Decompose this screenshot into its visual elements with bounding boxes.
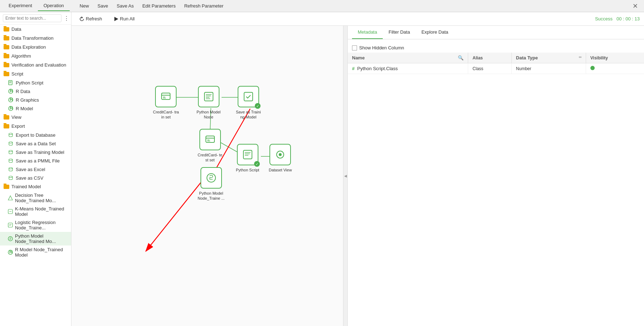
svg-point-55 — [279, 153, 282, 156]
sidebar-item-label: Save as a PMML File — [16, 158, 60, 164]
col-datatype: Data Type ⇔ — [511, 53, 586, 63]
node-label: Python Script — [236, 167, 259, 172]
sidebar-folder-export[interactable]: Export — [0, 122, 71, 131]
svg-point-14 — [9, 167, 13, 169]
sidebar-item-r-graphics[interactable]: R R Graphics — [0, 96, 71, 104]
sidebar-folder-algorithm[interactable]: Algorithm — [0, 52, 71, 60]
svg-point-11 — [9, 142, 13, 143]
sidebar-folder-data-transformation[interactable]: Data Transformation — [0, 34, 71, 43]
collapse-handle[interactable]: ◀ — [343, 26, 347, 326]
show-hidden-column-row: Show Hidden Column — [348, 43, 644, 53]
tab-filter-data[interactable]: Filter Data — [383, 26, 416, 39]
search-input[interactable] — [3, 14, 61, 22]
sidebar-item-save-training[interactable]: Save as Training Model — [0, 148, 71, 156]
menu-save[interactable]: Save — [93, 2, 113, 10]
node-creditcard-train[interactable]: CreditCard- train set — [153, 86, 179, 120]
svg-rect-46 — [206, 136, 214, 142]
column-search-icon[interactable]: 🔍 — [458, 55, 464, 60]
col-resize-icon[interactable]: ⇔ — [579, 55, 581, 59]
sidebar-item-r-data[interactable]: R R Data — [0, 87, 71, 96]
folder-label: Algorithm — [11, 53, 31, 59]
svg-text:R: R — [10, 106, 13, 111]
sidebar-item-python-script[interactable]: Python Script — [0, 78, 71, 87]
sidebar-item-label: Save as a Data Set — [16, 141, 56, 146]
tab-metadata[interactable]: Metadata — [352, 26, 383, 39]
node-python-model-trained[interactable]: Python ModelNode_Traine ... — [198, 167, 224, 201]
svg-point-12 — [9, 150, 13, 152]
col-visibility: Visibility — [586, 53, 644, 63]
folder-label: Data Transformation — [11, 35, 54, 41]
tab-explore-data[interactable]: Explore Data — [416, 26, 454, 39]
sidebar-folder-data[interactable]: Data — [0, 25, 71, 34]
col-alias: Alias — [468, 53, 512, 63]
close-button[interactable]: ✕ — [629, 0, 641, 12]
node-box — [269, 144, 291, 165]
sidebar-folder-data-exploration[interactable]: Data Exploration — [0, 43, 71, 52]
sidebar-item-r-model[interactable]: R R Model — [0, 104, 71, 113]
sidebar-folder-verification[interactable]: Verification and Evaluation — [0, 60, 71, 69]
node-save-training[interactable]: ✓ Save as Training Model — [236, 86, 261, 120]
table-row: # Python Script.Class Class Number — [348, 63, 644, 74]
show-hidden-checkbox[interactable] — [352, 45, 357, 50]
folder-icon — [4, 124, 9, 128]
folder-icon — [4, 45, 9, 49]
save-csv-icon — [8, 175, 14, 181]
folder-icon — [4, 72, 9, 76]
node-creditcard-test[interactable]: CreditCard- test set — [198, 129, 222, 163]
cell-alias: Class — [468, 63, 512, 74]
r-model-trained-icon: R — [8, 249, 13, 255]
sidebar-folder-trained-model[interactable]: Trained Model — [0, 182, 71, 191]
node-label: CreditCard- test set — [198, 152, 222, 163]
save-dataset-icon — [8, 141, 14, 146]
node-label: Dataset View — [269, 167, 292, 172]
svg-rect-36 — [162, 93, 170, 99]
kmeans-icon — [8, 209, 13, 214]
sidebar-item-save-excel[interactable]: Save as Excel — [0, 165, 71, 174]
sidebar-item-r-model-trained[interactable]: R R Model Node_Trained Model — [0, 245, 71, 259]
sidebar-item-save-dataset[interactable]: Save as a Data Set — [0, 139, 71, 148]
menu-edit-parameters[interactable]: Edit Parameters — [138, 2, 180, 10]
sidebar-item-kmeans[interactable]: K-Means Node_Trained Model — [0, 205, 71, 218]
sidebar-search-area: ⋮ — [0, 12, 71, 25]
node-python-model[interactable]: Python ModelNode — [197, 86, 221, 120]
sidebar-item-save-pmml[interactable]: Save as a PMML File — [0, 156, 71, 165]
node-box: ✓ — [237, 144, 258, 165]
node-dataset-view[interactable]: Dataset View — [269, 144, 292, 172]
sidebar-item-save-csv[interactable]: Save as CSV — [0, 174, 71, 182]
sidebar-menu-icon[interactable]: ⋮ — [64, 15, 69, 22]
cell-name-value: Python Script.Class — [357, 66, 398, 71]
python-script-icon — [8, 80, 14, 86]
sidebar-item-label: Save as Excel — [16, 167, 45, 172]
menu-new[interactable]: New — [75, 2, 93, 10]
tab-operation[interactable]: Operation — [38, 1, 70, 11]
r-data-icon: R — [8, 88, 14, 94]
node-box — [155, 86, 177, 107]
right-panel: Metadata Filter Data Explore Data Show H… — [347, 26, 644, 326]
sidebar-item-decision-tree[interactable]: Decision Tree Node_Trained Mo... — [0, 191, 71, 205]
menu-save-as[interactable]: Save As — [113, 2, 138, 10]
canvas[interactable]: CreditCard- train set Python ModelNode — [71, 26, 347, 326]
tab-experiment[interactable]: Experiment — [3, 1, 38, 11]
run-all-button[interactable]: Run All — [110, 15, 138, 23]
svg-marker-26 — [114, 17, 118, 21]
node-box: ✓ — [238, 86, 259, 107]
sidebar-item-logistic-regression[interactable]: Logistic Regression Node_Traine... — [0, 218, 71, 232]
sidebar-folder-view[interactable]: View — [0, 113, 71, 122]
svg-line-35 — [146, 179, 204, 251]
node-python-script[interactable]: ✓ Python Script — [236, 144, 259, 172]
svg-point-56 — [207, 174, 216, 182]
canvas-inner: CreditCard- train set Python ModelNode — [71, 26, 347, 326]
sidebar-item-label: R Model — [16, 106, 33, 111]
visibility-dot-icon — [590, 66, 595, 70]
refresh-icon — [79, 16, 84, 21]
save-training-icon — [8, 149, 14, 155]
refresh-button[interactable]: Refresh — [76, 15, 106, 23]
menu-refresh-parameter[interactable]: Refresh Parameter — [180, 2, 228, 10]
sidebar-item-export-db[interactable]: Export to Database — [0, 131, 71, 139]
svg-point-13 — [9, 159, 13, 160]
panel-content: Show Hidden Column Name 🔍 Alias — [348, 39, 644, 326]
node-box — [198, 86, 219, 107]
sidebar-item-python-model-trained[interactable]: Python Model Node_Trained Mo... — [0, 232, 71, 245]
sidebar-folder-script[interactable]: Script — [0, 69, 71, 78]
run-all-icon — [114, 16, 119, 21]
